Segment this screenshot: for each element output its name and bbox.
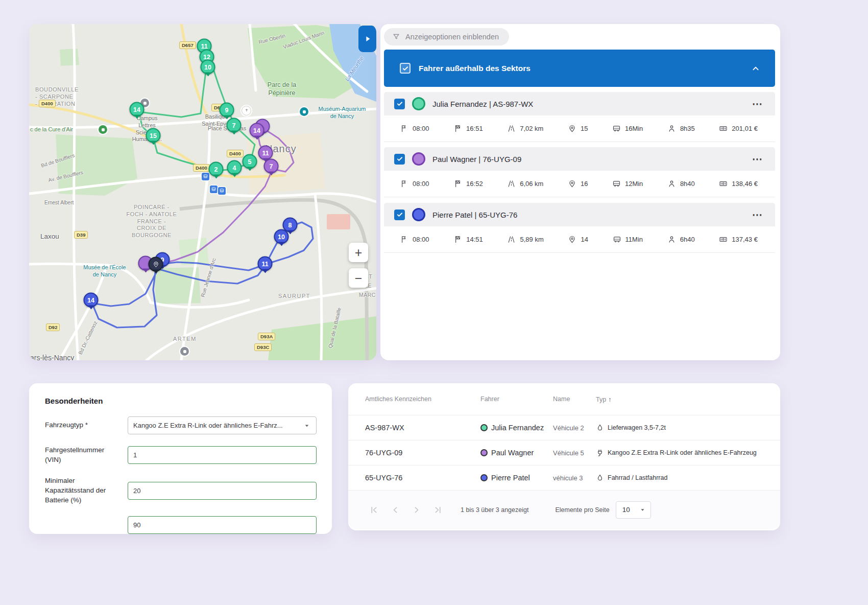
map-marker-green[interactable]: 2	[209, 162, 224, 177]
driver-avatar	[412, 97, 425, 110]
card-title: Besonderheiten	[45, 397, 332, 405]
zoom-out-button[interactable]: −	[349, 268, 368, 288]
panel-expand-button[interactable]	[358, 26, 376, 52]
col-type[interactable]: Typ↑	[596, 395, 766, 403]
bus-stop-icon	[218, 187, 226, 195]
stat-drive-time: 16Min	[612, 124, 643, 133]
col-name[interactable]: Name	[553, 395, 596, 403]
cell-type: Fahrrad / Lastfahrrad	[596, 474, 766, 482]
driver-header[interactable]: Pierre Patel | 65-UYG-76 ⋯	[384, 203, 775, 226]
map-marker-green[interactable]: 7	[227, 118, 242, 133]
cell-driver: Pierre Patel	[480, 474, 553, 482]
map-pin-icon	[568, 179, 576, 188]
map-marker-purple[interactable]: 14	[250, 123, 264, 138]
bus-stop-icon	[210, 185, 218, 193]
stat-stops-count: 16	[568, 179, 588, 188]
driver-header[interactable]: Julia Fernandez | AS-987-WX ⋯	[384, 92, 775, 115]
map-marker-green[interactable]: 4	[227, 160, 242, 175]
prev-page-button[interactable]	[390, 505, 400, 515]
zoom-in-button[interactable]: +	[349, 243, 368, 262]
chevron-up-icon[interactable]	[751, 63, 761, 74]
vehicle-type-select[interactable]: Kangoo Z.E Extra R-Link oder ähnliches E…	[128, 416, 317, 434]
field-label: Fahrzeugtyp *	[45, 421, 128, 430]
check-icon	[396, 100, 403, 107]
map-label: Ernest Albert	[44, 200, 74, 206]
electric-plug-icon	[596, 449, 604, 457]
map-label: ARTEM	[173, 336, 197, 343]
stat-start-time: 08:00	[400, 124, 429, 133]
sector-group-header[interactable]: Fahrer außerhalb des Sektors	[384, 50, 775, 87]
map-pin-icon	[568, 235, 576, 244]
stat-distance: 5,89 km	[507, 235, 543, 244]
map-marker-blue[interactable]: 10	[274, 229, 289, 244]
driver-checkbox[interactable]	[394, 210, 405, 220]
finish-flag-icon	[453, 235, 462, 244]
app-root: BOUDONVILLE - SCARPONE - LIBÉRATION Parc…	[0, 0, 868, 605]
park-poi-icon	[99, 125, 107, 134]
map-marker-purple[interactable]: 11	[258, 146, 273, 160]
depot-marker[interactable]	[149, 257, 163, 272]
map-marker-green[interactable]: 9	[220, 103, 234, 118]
driver-stats: 08:00 16:51 7,02 km 15 16Min 8h35 201,01…	[384, 115, 775, 142]
cell-plate: 76-UYG-09	[365, 449, 480, 457]
table-row[interactable]: AS-987-WX Julia Fernandez Véhicule 2 Lie…	[348, 415, 780, 440]
more-options-button[interactable]: ⋯	[752, 156, 763, 161]
table-row[interactable]: 65-UYG-76 Pierre Patel véhicule 3 Fahrra…	[348, 465, 780, 490]
drivers-panel: Anzeigeoptionen einblenden Fahrer außerh…	[380, 24, 780, 360]
road-badge: D93C	[254, 343, 272, 351]
play-arrow-icon	[363, 34, 372, 43]
map-label: MARC	[359, 292, 376, 298]
person-icon	[667, 235, 676, 244]
field-label: Minimaler Kapazitätsstand der Batterie (…	[45, 476, 128, 505]
driver-stats: 08:00 14:51 5,89 km 14 11Min 6h40 137,43…	[384, 226, 775, 253]
map-marker-green[interactable]: 5	[243, 154, 257, 169]
stat-end-time: 16:51	[453, 124, 483, 133]
max-battery-input[interactable]	[128, 516, 317, 534]
stat-work-duration: 8h35	[667, 124, 695, 133]
display-options-button[interactable]: Anzeigeoptionen einblenden	[384, 28, 509, 45]
map-marker-green[interactable]: 10	[201, 60, 215, 75]
per-page-select[interactable]: 10	[616, 501, 651, 519]
col-driver[interactable]: Fahrer	[480, 395, 553, 403]
cell-name: véhicule 3	[553, 474, 596, 482]
map-marker-blue[interactable]: 11	[258, 257, 273, 271]
map-marker-purple[interactable]: 7	[264, 159, 279, 174]
driver-color-dot	[480, 449, 488, 456]
driver-checkbox[interactable]	[394, 99, 405, 109]
driver-color-dot	[480, 424, 488, 431]
per-page-value: 10	[622, 506, 630, 514]
table-row[interactable]: 76-UYG-09 Paul Wagner Véhicule 5 Kangoo …	[348, 440, 780, 465]
vin-input[interactable]	[128, 446, 317, 464]
driver-checkbox[interactable]	[394, 154, 405, 165]
map-marker-green[interactable]: 14	[130, 102, 144, 117]
map-marker-blue[interactable]: 14	[84, 293, 99, 308]
driver-avatar	[412, 152, 425, 166]
driver-row: Julia Fernandez | AS-987-WX ⋯ 08:00 16:5…	[384, 92, 775, 142]
min-battery-input[interactable]	[128, 482, 317, 500]
last-page-button[interactable]	[433, 505, 443, 515]
next-page-button[interactable]	[412, 505, 422, 515]
stat-cost: 138,46 €	[719, 179, 758, 188]
map-marker-green[interactable]: 15	[146, 128, 161, 143]
more-options-button[interactable]: ⋯	[752, 101, 763, 106]
road-badge: D400	[193, 164, 210, 172]
driver-name: Paul Wagner | 76-UYG-09	[432, 155, 745, 164]
vehicle-icon	[612, 124, 621, 133]
road-icon	[507, 179, 516, 188]
start-flag-icon	[400, 179, 408, 188]
sector-checkbox[interactable]	[400, 63, 411, 74]
first-page-button[interactable]	[369, 505, 379, 515]
stat-start-time: 08:00	[400, 179, 429, 188]
map[interactable]: BOUDONVILLE - SCARPONE - LIBÉRATION Parc…	[29, 24, 376, 360]
map-label: SAURUPT	[278, 293, 310, 300]
map-base-layer	[29, 24, 376, 360]
col-plate[interactable]: Amtliches Kennzeichen	[365, 395, 480, 403]
more-options-button[interactable]: ⋯	[752, 212, 763, 217]
check-icon	[396, 211, 403, 218]
field-min-battery: Minimaler Kapazitätsstand der Batterie (…	[45, 476, 317, 505]
stat-cost: 137,43 €	[719, 235, 758, 244]
driver-header[interactable]: Paul Wagner | 76-UYG-09 ⋯	[384, 147, 775, 171]
road-icon	[507, 235, 516, 244]
map-label: Laxou	[40, 232, 59, 241]
pagination-info: 1 bis 3 über 3 angezeigt	[461, 506, 528, 514]
